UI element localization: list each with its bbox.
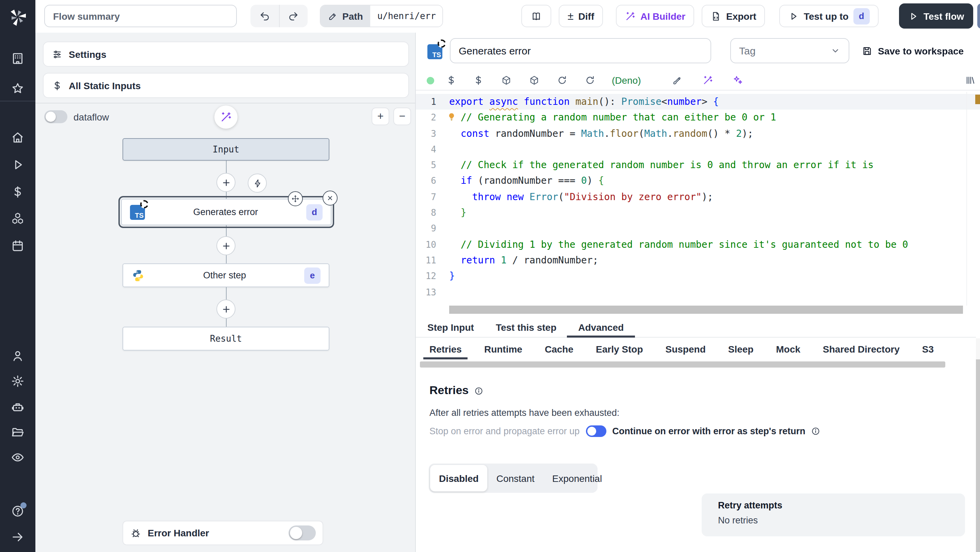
code-horizontal-scrollbar[interactable]: [449, 305, 963, 314]
sparkles-icon[interactable]: [732, 75, 743, 86]
package-icon[interactable]: [501, 75, 512, 86]
info-icon[interactable]: [474, 386, 483, 395]
expand-sidebar-icon[interactable]: [11, 530, 24, 544]
static-inputs-button[interactable]: All Static Inputs: [43, 73, 409, 98]
code-line[interactable]: 1export async function main(): Promise<n…: [416, 94, 980, 110]
test-up-to-button[interactable]: Test up to d: [779, 5, 878, 27]
path-value[interactable]: u/henri/err: [371, 5, 443, 27]
test-flow-button[interactable]: Test flow: [899, 3, 973, 29]
undo-button[interactable]: [250, 5, 279, 27]
code-line[interactable]: 11 return 1 / randomNumber;: [416, 253, 980, 269]
code-line[interactable]: 7 throw new Error("Division by zero erro…: [416, 189, 980, 205]
code-line[interactable]: 10 // Dividing 1 by the generated random…: [416, 237, 980, 253]
tab-advanced[interactable]: Advanced: [578, 318, 624, 337]
subtab-s3[interactable]: S3: [922, 338, 934, 360]
zoom-out-button[interactable]: −: [393, 108, 411, 125]
error-behavior-row: Stop on error and propagate error up Con…: [430, 424, 821, 437]
code-line[interactable]: 5 // Check if the generated random numbe…: [416, 157, 980, 173]
flow-node-other-step[interactable]: Other step e: [123, 263, 329, 287]
retry-attempts-card: Retry attempts No retries: [702, 493, 965, 536]
schedules-icon[interactable]: [11, 239, 24, 253]
add-step-button[interactable]: [216, 299, 235, 318]
flow-summary-input[interactable]: [44, 5, 237, 27]
move-step-handle[interactable]: [288, 191, 303, 206]
continue-on-error-toggle[interactable]: [585, 425, 606, 437]
user-icon[interactable]: [11, 349, 24, 363]
workers-robot-icon[interactable]: [11, 400, 24, 414]
code-line[interactable]: 9: [416, 221, 980, 237]
help-icon[interactable]: [11, 504, 24, 518]
subtab-sleep[interactable]: Sleep: [728, 338, 754, 360]
variables-dollar-icon[interactable]: [446, 75, 457, 86]
subtab-suspend[interactable]: Suspend: [666, 338, 706, 360]
resources-icon[interactable]: [11, 212, 24, 225]
subtab-shared-directory[interactable]: Shared Directory: [823, 338, 900, 360]
favorites-star-icon[interactable]: [11, 82, 24, 95]
audit-eye-icon[interactable]: [11, 450, 24, 464]
reload-icon[interactable]: [557, 75, 568, 86]
offscreen-button-sliver[interactable]: [977, 3, 980, 29]
variables-icon[interactable]: [11, 185, 24, 199]
tab-step-input[interactable]: Step Input: [427, 318, 474, 337]
code-line[interactable]: 13: [416, 284, 980, 300]
dataflow-toggle[interactable]: [44, 110, 67, 123]
code-line[interactable]: 3 const randomNumber = Math.floor(Math.r…: [416, 126, 980, 142]
add-step-button[interactable]: [216, 173, 235, 192]
code-line[interactable]: 2 // Generating a random number that can…: [416, 110, 980, 126]
format-brush-icon[interactable]: [672, 75, 683, 86]
package-icon[interactable]: [529, 75, 540, 86]
save-to-workspace-button[interactable]: Save to workspace: [862, 40, 964, 62]
flow-node-result[interactable]: Result: [123, 327, 329, 350]
code-editor[interactable]: 1export async function main(): Promise<n…: [416, 92, 980, 317]
delete-step-button[interactable]: [323, 191, 337, 205]
step-name-input[interactable]: [450, 38, 711, 63]
mode-constant[interactable]: Constant: [488, 465, 543, 492]
error-handler-row[interactable]: Error Handler: [123, 521, 323, 545]
export-button[interactable]: Export: [702, 5, 765, 27]
code-line[interactable]: 12}: [416, 269, 980, 285]
subtab-runtime[interactable]: Runtime: [484, 338, 522, 360]
windmill-logo-icon[interactable]: [8, 7, 27, 26]
flow-editor-app: Path u/henri/err ± Diff AI Builder Expor…: [0, 0, 980, 552]
deno-runtime-label[interactable]: (Deno): [612, 75, 641, 86]
mode-exponential[interactable]: Exponential: [543, 465, 611, 492]
edit-path-button[interactable]: Path: [321, 5, 371, 27]
add-trigger-button[interactable]: [248, 173, 267, 192]
home-icon[interactable]: [11, 131, 24, 144]
flow-node-input[interactable]: Input: [123, 138, 329, 161]
settings-gear-icon[interactable]: [11, 374, 24, 388]
error-handler-toggle[interactable]: [288, 525, 316, 541]
workspace-icon[interactable]: [11, 52, 24, 65]
play-icon: [908, 11, 919, 21]
tag-select[interactable]: Tag: [730, 38, 850, 63]
ai-flow-wand-button[interactable]: [215, 105, 237, 129]
tab-test-this-step[interactable]: Test this step: [496, 318, 556, 337]
folders-icon[interactable]: [11, 425, 24, 439]
resources-dollar-icon[interactable]: [473, 75, 484, 86]
zoom-in-button[interactable]: +: [372, 108, 389, 125]
ai-wand-icon[interactable]: [702, 75, 713, 86]
ai-builder-button[interactable]: AI Builder: [616, 5, 694, 27]
reload-runtime-icon[interactable]: [585, 75, 595, 86]
subtab-retries[interactable]: Retries: [430, 338, 462, 360]
flow-settings-button[interactable]: Settings: [43, 41, 409, 67]
sliders-icon: [52, 49, 63, 60]
library-icon[interactable]: [964, 75, 975, 86]
diff-button[interactable]: ± Diff: [559, 5, 603, 27]
quickfix-lightbulb-icon[interactable]: [447, 112, 456, 121]
code-line[interactable]: 8 }: [416, 205, 980, 221]
mode-disabled[interactable]: Disabled: [430, 465, 488, 492]
subtabs-horizontal-scrollbar[interactable]: [420, 361, 945, 367]
code-line[interactable]: 4: [416, 142, 980, 157]
panel-vertical-scrollbar[interactable]: [976, 360, 980, 552]
redo-button[interactable]: [279, 5, 308, 27]
code-line[interactable]: 6 if (randomNumber === 0) {: [416, 173, 980, 189]
docs-button[interactable]: [521, 5, 551, 27]
add-step-button[interactable]: [216, 236, 235, 255]
info-icon[interactable]: [811, 426, 821, 435]
subtab-cache[interactable]: Cache: [545, 338, 573, 360]
step-header: TS Tag Save to workspace: [416, 33, 980, 69]
subtab-early-stop[interactable]: Early Stop: [596, 338, 643, 360]
subtab-mock[interactable]: Mock: [776, 338, 800, 360]
runs-icon[interactable]: [11, 158, 24, 172]
